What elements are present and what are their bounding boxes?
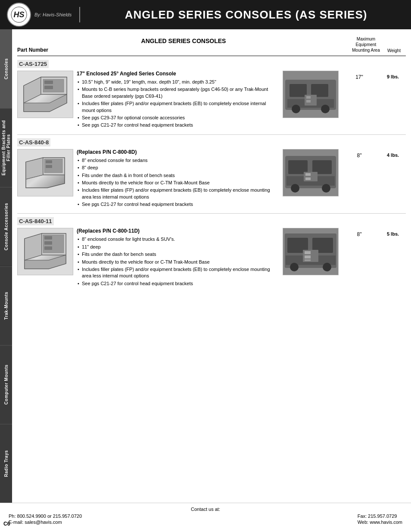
svg-rect-46 (44, 241, 52, 245)
col-weight-header: Weight (382, 48, 406, 53)
product-bullets-2: 8" enclosed console for light trucks & S… (77, 236, 277, 287)
product-title-0: 17" Enclosed 25° Angled Series Console (77, 71, 277, 77)
brand-label: By: Havis-Shields (34, 12, 72, 17)
section-title: ANGLED SERIES CONSOLES (17, 37, 350, 44)
svg-point-34 (291, 184, 299, 193)
svg-rect-37 (305, 173, 311, 176)
footer-contact-label: Contact us at: (9, 507, 402, 512)
product-title-1: (Replaces P/N C-800-8D) (77, 149, 277, 155)
product-image-0 (17, 71, 73, 118)
bullet-1-1: 8" deep (77, 164, 277, 171)
section-title-cell: ANGLED SERIES CONSOLES Part Number (17, 37, 350, 53)
bullet-0-0: 10.5" high, 9" wide, 19" length, max. de… (77, 78, 277, 86)
vehicle-image-1 (283, 149, 339, 196)
svg-rect-9 (44, 86, 53, 89)
bullet-0-4: See pgs C21-27 for control head equipmen… (77, 121, 277, 129)
svg-rect-45 (44, 236, 52, 240)
bullet-1-5: See pgs C21-27 for control head equipmen… (77, 201, 277, 208)
svg-rect-47 (44, 246, 52, 250)
sidebar-item-radio-trays[interactable]: Radio Trays (0, 424, 12, 503)
footer-phone: Ph: 800.524.9900 or 215.957.0720 (9, 513, 82, 519)
svg-point-35 (322, 184, 330, 193)
product-specs-0: 17" (342, 71, 377, 80)
product-weight-1: 4 lbs. (380, 149, 406, 158)
bullet-2-1: 11" deep (77, 243, 277, 251)
svg-point-54 (290, 263, 299, 271)
svg-rect-8 (44, 81, 53, 84)
col-mounting-header: Maximum Equipment Mounting Area (350, 36, 382, 53)
bullet-1-2: Fits under the dash & in front of bench … (77, 172, 277, 179)
part-number-0: C-AS-1725 (17, 60, 49, 68)
footer-email: E-mail: sales@havis.com (9, 520, 82, 525)
product-specs-2: 8" (342, 228, 377, 237)
bullet-2-4: Includes filler plates (FP) and/or equip… (77, 266, 277, 280)
svg-rect-19 (306, 96, 311, 99)
product-bullets-0: 10.5" high, 9" wide, 19" length, max. de… (77, 78, 277, 129)
svg-rect-58 (305, 255, 311, 258)
sidebar-item-consoles[interactable]: Consoles (0, 29, 12, 108)
bullet-1-0: 8" enclosed console for sedans (77, 157, 277, 164)
product-title-2: (Replaces P/N C-800-11D) (77, 228, 277, 234)
page-title: ANGLED SERIES CONSOLES (AS SERIES) (88, 8, 404, 22)
product-row-0: C-AS-1725 (17, 56, 406, 133)
svg-rect-38 (305, 177, 311, 180)
product-row-1: C-AS-840-8 (17, 134, 406, 212)
product-row-2: C-AS-840-11 (17, 213, 406, 291)
svg-rect-13 (290, 84, 307, 97)
part-number-1: C-AS-840-8 (17, 138, 50, 146)
sidebar-item-trak-mounts[interactable]: Trak-Mounts (0, 266, 12, 345)
page-footer: Contact us at: Ph: 800.524.9900 or 215.9… (0, 503, 411, 532)
part-number-2: C-AS-840-11 (17, 217, 54, 225)
bullet-2-2: Fits under the dash for bench seats (77, 251, 277, 258)
product-bullets-1: 8" enclosed console for sedans 8" deep F… (77, 157, 277, 208)
table-header: ANGLED SERIES CONSOLES Part Number Maxim… (17, 34, 406, 56)
product-specs-1: 8" (342, 149, 377, 159)
svg-point-55 (323, 263, 331, 271)
part-number-label: Part Number (17, 47, 350, 53)
footer-left: Ph: 800.524.9900 or 215.957.0720 E-mail:… (9, 513, 82, 525)
page-header: HS By: Havis-Shields ANGLED SERIES CONSO… (0, 0, 411, 29)
svg-rect-27 (46, 160, 52, 163)
svg-point-16 (292, 105, 300, 113)
vehicle-image-0 (283, 71, 339, 118)
bullet-0-3: See pgs C29-37 for optional console acce… (77, 114, 277, 121)
footer-fax: Fax: 215.957.0729 (358, 513, 402, 519)
bullet-2-5: See pgs C21-27 for control head equipmen… (77, 280, 277, 287)
svg-rect-59 (305, 259, 311, 261)
page-number: C6 (3, 521, 10, 527)
svg-point-17 (321, 105, 330, 113)
product-description-2: (Replaces P/N C-800-11D) 8" enclosed con… (77, 228, 279, 287)
bullet-0-1: Mounts to C-B series hump brackets order… (77, 86, 277, 100)
bullet-0-2: Includes filler plates (FP) and/or equip… (77, 100, 277, 114)
header-divider (79, 7, 80, 22)
sidebar-item-equipment-brackets[interactable]: Equipment Brackets and Filler Plates (0, 108, 12, 187)
sidebar: Consoles Equipment Brackets and Filler P… (0, 29, 12, 503)
footer-right: Fax: 215.957.0729 Web: www.havis.com (358, 513, 402, 525)
vehicle-image-2 (283, 228, 339, 275)
bullet-1-3: Mounts directly to the vehicle floor or … (77, 179, 277, 187)
footer-web: Web: www.havis.com (358, 520, 402, 525)
svg-rect-57 (305, 251, 311, 254)
product-description-1: (Replaces P/N C-800-8D) 8" enclosed cons… (77, 149, 279, 208)
mounting-area-2: 8" (357, 231, 362, 237)
bullet-2-0: 8" enclosed console for light trucks & S… (77, 236, 277, 243)
product-description-0: 17" Enclosed 25° Angled Series Console 1… (77, 71, 279, 129)
sidebar-item-computer-mounts[interactable]: Computer Mounts (0, 345, 12, 424)
product-image-1 (17, 149, 73, 196)
product-weight-2: 5 lbs. (380, 228, 406, 236)
svg-rect-20 (306, 100, 311, 103)
svg-rect-28 (46, 165, 52, 168)
main-content: ANGLED SERIES CONSOLES Part Number Maxim… (12, 29, 411, 503)
product-image-2 (17, 228, 73, 275)
sidebar-item-console-accessories[interactable]: Console Accessories (0, 187, 12, 266)
mounting-area-0: 17" (355, 74, 363, 80)
mounting-area-1: 8" (357, 152, 362, 159)
bullet-2-3: Mounts directly to the vehicle floor or … (77, 258, 277, 266)
company-logo: HS (7, 3, 31, 27)
svg-text:HS: HS (13, 10, 24, 19)
product-weight-0: 9 lbs. (380, 71, 406, 79)
bullet-1-4: Includes filler plates (FP) and/or equip… (77, 187, 277, 201)
